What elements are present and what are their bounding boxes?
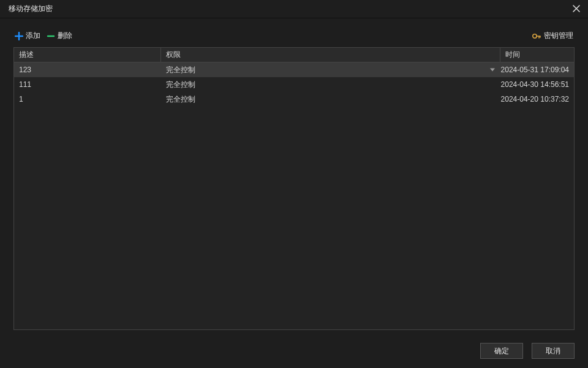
cancel-label: 取消 bbox=[546, 346, 560, 356]
table-header: 描述 权限 时间 bbox=[14, 48, 574, 62]
title-bar: 移动存储加密 bbox=[0, 0, 588, 18]
cell-desc: 1 bbox=[14, 92, 161, 107]
window-title: 移动存储加密 bbox=[9, 4, 53, 14]
header-perm[interactable]: 权限 bbox=[161, 48, 500, 62]
ok-button[interactable]: 确定 bbox=[480, 343, 523, 359]
table-row[interactable]: 111完全控制2024-04-30 14:56:51 bbox=[14, 77, 574, 92]
key-icon bbox=[532, 31, 541, 41]
header-time[interactable]: 时间 bbox=[500, 48, 574, 62]
ok-label: 确定 bbox=[494, 346, 509, 356]
chevron-down-icon[interactable] bbox=[490, 69, 495, 72]
toolbar-left: 添加 删除 bbox=[15, 31, 72, 41]
add-label: 添加 bbox=[26, 31, 40, 41]
delete-button[interactable]: 删除 bbox=[47, 31, 72, 41]
cell-perm-label: 完全控制 bbox=[166, 65, 195, 75]
close-icon[interactable] bbox=[572, 4, 582, 14]
key-management-button[interactable]: 密钥管理 bbox=[532, 31, 573, 41]
table-row[interactable]: 123完全控制2024-05-31 17:09:04 bbox=[14, 62, 574, 77]
toolbar: 添加 删除 密钥管理 bbox=[13, 31, 575, 41]
cell-time: 2024-05-31 17:09:04 bbox=[500, 62, 574, 77]
plus-icon bbox=[15, 32, 23, 40]
cell-perm[interactable]: 完全控制 bbox=[161, 62, 500, 77]
toolbar-right: 密钥管理 bbox=[532, 31, 573, 41]
table: 描述 权限 时间 123完全控制2024-05-31 17:09:04111完全… bbox=[13, 47, 575, 330]
cell-perm: 完全控制 bbox=[161, 92, 500, 107]
cell-perm: 完全控制 bbox=[161, 77, 500, 92]
add-button[interactable]: 添加 bbox=[15, 31, 40, 41]
header-desc[interactable]: 描述 bbox=[14, 48, 161, 62]
content-area: 添加 删除 密钥管理 描述 权 bbox=[0, 18, 588, 339]
minus-icon bbox=[47, 32, 55, 40]
cell-desc: 111 bbox=[14, 77, 161, 92]
cell-perm-label: 完全控制 bbox=[166, 94, 195, 105]
key-management-label: 密钥管理 bbox=[544, 31, 573, 41]
cell-time: 2024-04-30 14:56:51 bbox=[500, 77, 574, 92]
table-row[interactable]: 1完全控制2024-04-20 10:37:32 bbox=[14, 92, 574, 107]
cell-time: 2024-04-20 10:37:32 bbox=[500, 92, 574, 107]
table-body: 123完全控制2024-05-31 17:09:04111完全控制2024-04… bbox=[14, 62, 574, 329]
delete-label: 删除 bbox=[58, 31, 72, 41]
cell-perm-label: 完全控制 bbox=[166, 80, 195, 90]
footer: 确定 取消 bbox=[0, 339, 588, 368]
cancel-button[interactable]: 取消 bbox=[532, 343, 575, 359]
cell-desc: 123 bbox=[14, 62, 161, 77]
